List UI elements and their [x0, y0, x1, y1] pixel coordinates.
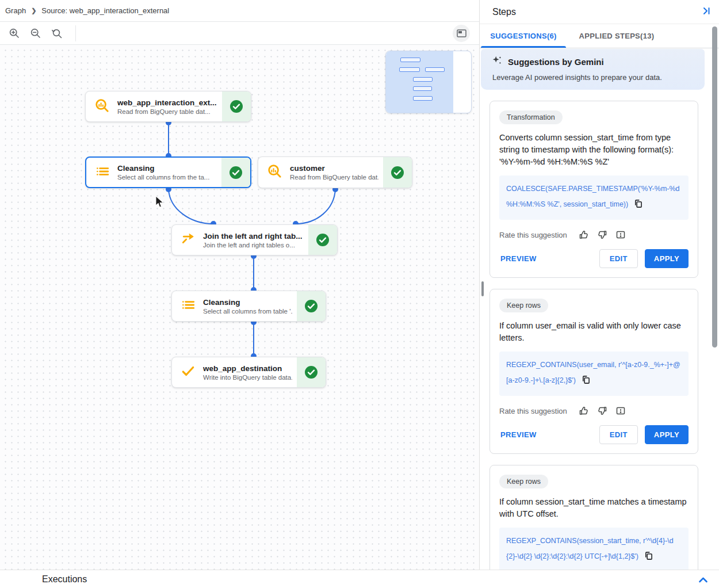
breadcrumb-current: Source: web_app_interaction_external — [41, 6, 169, 15]
breadcrumb-root[interactable]: Graph — [5, 6, 26, 15]
cleansing-list-icon — [181, 297, 196, 315]
zoom-in-icon[interactable] — [8, 27, 21, 40]
suggestion-code: REGEXP_CONTAINS(user_email, r'^[a-z0-9._… — [499, 352, 689, 396]
node-source-customer[interactable]: customer Read from BigQuery table dat... — [258, 156, 412, 188]
node-body: Join the left and right tab... Join the … — [172, 225, 308, 255]
zoom-out-icon[interactable] — [29, 27, 42, 40]
bigquery-source-icon — [94, 98, 110, 116]
apply-button[interactable]: APPLY — [645, 425, 689, 444]
node-title: Join the left and right tab... — [203, 232, 303, 240]
node-title: Cleansing — [203, 298, 292, 307]
node-title: web_app_interaction_ext... — [117, 98, 217, 107]
edit-button[interactable]: EDIT — [599, 249, 638, 268]
edit-button[interactable]: EDIT — [599, 425, 638, 444]
gemini-spark-icon — [492, 56, 502, 67]
rate-row: Rate this suggestion — [499, 406, 689, 416]
graph-minimap[interactable] — [385, 51, 472, 113]
breadcrumb-separator-icon: ❯ — [31, 7, 36, 14]
node-texts: web_app_destination Write into BigQuery … — [203, 364, 292, 381]
copy-icon[interactable] — [582, 375, 590, 390]
node-body: Cleansing Select all columns from table … — [172, 291, 297, 321]
node-destination[interactable]: web_app_destination Write into BigQuery … — [171, 357, 326, 388]
node-status-success — [383, 157, 412, 188]
panel-resize-handle[interactable] — [481, 281, 484, 296]
steps-panel: Steps SUGGESTIONS(6) APPLIED STEPS(13) — [479, 0, 719, 588]
join-icon — [181, 231, 196, 249]
card-actions: PREVIEW EDIT APPLY — [499, 425, 689, 444]
node-status-success — [297, 291, 326, 321]
destination-check-icon — [181, 364, 196, 381]
panel-scrollbar[interactable] — [712, 26, 717, 348]
dataprep-graph-app: Graph ❯ Source: web_app_interaction_exte… — [0, 0, 719, 588]
preview-button[interactable]: PREVIEW — [499, 426, 538, 444]
chevron-up-icon[interactable] — [698, 576, 708, 583]
code-text: COALESCE(SAFE.PARSE_TIMESTAMP('%Y-%m-%d … — [506, 185, 680, 208]
preview-button[interactable]: PREVIEW — [499, 250, 538, 268]
node-cleansing-1[interactable]: Cleansing Select all columns from the ta… — [85, 156, 251, 188]
node-cleansing-2[interactable]: Cleansing Select all columns from table … — [171, 291, 326, 322]
minimap-node — [413, 96, 433, 101]
node-body: web_app_destination Write into BigQuery … — [172, 357, 297, 387]
node-texts: Cleansing Select all columns from table … — [203, 298, 292, 315]
rate-label: Rate this suggestion — [499, 407, 567, 415]
success-check-icon — [228, 165, 243, 180]
node-subtitle: Read from BigQuery table dat... — [117, 108, 217, 115]
suggestion-code: COALESCE(SAFE.PARSE_TIMESTAMP('%Y-%m-%d … — [499, 175, 689, 220]
success-check-icon — [390, 165, 405, 180]
minimap-node — [413, 86, 432, 91]
thumbs-up-icon[interactable] — [579, 230, 589, 240]
card-actions: PREVIEW EDIT APPLY — [499, 249, 689, 268]
minimap-node — [425, 67, 445, 72]
success-check-icon — [315, 232, 330, 247]
node-status-success — [297, 357, 326, 387]
code-text: REGEXP_CONTAINS(user_email, r'^[a-z0-9._… — [506, 361, 680, 384]
graph-canvas[interactable]: web_app_interaction_ext... Read from Big… — [0, 45, 479, 570]
node-status-success — [221, 158, 250, 187]
executions-bar[interactable]: Executions — [0, 570, 719, 588]
suggestion-code: REGEXP_CONTAINS(session_start_time, r'^\… — [499, 528, 689, 572]
success-check-icon — [304, 365, 319, 380]
banner-title: Suggestions by Gemini — [508, 57, 604, 67]
node-subtitle: Select all columns from table '... — [203, 308, 292, 315]
node-status-success — [222, 91, 251, 121]
node-join[interactable]: Join the left and right tab... Join the … — [171, 224, 338, 255]
suggestion-type-chip: Transformation — [499, 110, 563, 124]
toolbar-divider — [75, 25, 76, 41]
canvas-region: Graph ❯ Source: web_app_interaction_exte… — [0, 0, 479, 570]
node-title: customer — [290, 164, 378, 173]
tab-suggestions[interactable]: SUGGESTIONS(6) — [480, 24, 567, 48]
node-title: Cleansing — [117, 164, 209, 173]
node-subtitle: Select all columns from the ta... — [117, 174, 209, 181]
node-source-web-app-interaction[interactable]: web_app_interaction_ext... Read from Big… — [85, 91, 251, 122]
gemini-banner: Suggestions by Gemini Leverage AI powere… — [481, 49, 705, 90]
success-check-icon — [229, 99, 244, 114]
rate-label: Rate this suggestion — [499, 231, 567, 239]
node-body: Cleansing Select all columns from the ta… — [86, 158, 221, 187]
node-subtitle: Read from BigQuery table dat... — [290, 174, 378, 181]
thumbs-down-icon[interactable] — [597, 230, 607, 240]
copy-icon[interactable] — [644, 551, 653, 566]
node-title: web_app_destination — [203, 364, 292, 373]
suggestion-description: Converts column session_start_time from … — [499, 132, 689, 168]
minimap-toggle-icon — [457, 29, 466, 37]
suggestion-card: Transformation Converts column session_s… — [489, 101, 698, 278]
rate-row: Rate this suggestion — [499, 230, 689, 240]
node-texts: Cleansing Select all columns from the ta… — [117, 164, 209, 181]
suggestion-description: If column user_email is valid with only … — [499, 320, 689, 344]
minimap-node — [399, 67, 420, 72]
thumbs-up-icon[interactable] — [579, 406, 589, 416]
zoom-reset-icon[interactable] — [51, 27, 63, 40]
minimap-toggle-button[interactable] — [453, 25, 470, 42]
thumbs-down-icon[interactable] — [597, 406, 607, 416]
copy-icon[interactable] — [634, 198, 642, 214]
apply-button[interactable]: APPLY — [645, 249, 689, 268]
minimap-node — [413, 77, 433, 82]
node-body: web_app_interaction_ext... Read from Big… — [86, 91, 222, 121]
feedback-icon[interactable] — [615, 406, 626, 416]
bigquery-source-icon — [267, 163, 282, 181]
collapse-panel-right-icon[interactable] — [702, 6, 711, 18]
tab-applied-steps[interactable]: APPLIED STEPS(13) — [567, 24, 666, 48]
cleansing-list-icon — [95, 164, 110, 181]
feedback-icon[interactable] — [615, 230, 626, 240]
node-status-success — [308, 225, 337, 255]
